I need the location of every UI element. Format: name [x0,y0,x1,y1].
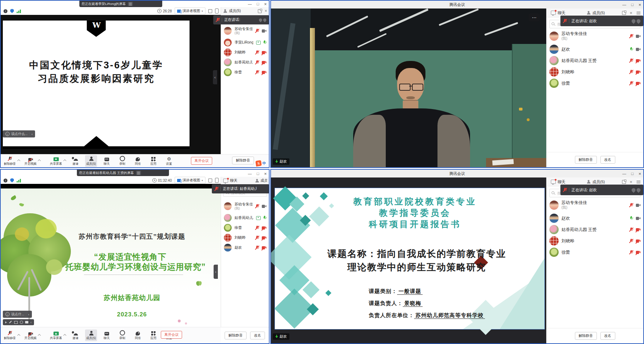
member-row[interactable]: 姑香苑幼儿园 王赟 [547,224,643,235]
leave-meeting-button[interactable]: 离开会议 [191,157,212,165]
members-icon[interactable] [255,179,259,183]
rename-button[interactable]: 改名 [600,332,615,340]
video-options-caret[interactable] [38,159,41,162]
member-row[interactable]: 姑香苑幼儿园 王赟 [547,55,643,66]
panel-menu-icon[interactable] [637,180,640,184]
close-button[interactable]: × [638,171,641,176]
member-row[interactable]: 李荣LiRong [221,38,269,47]
maximize-button[interactable]: □ [257,172,259,176]
panel-unmute-button[interactable]: 解除静音 [575,156,597,164]
minimize-button[interactable]: — [622,3,626,7]
member-row[interactable]: 徐蕾 [221,223,269,233]
member-row[interactable]: 赵欢 [221,243,269,253]
collapse-pill-icon[interactable]: ‹ [32,132,33,136]
member-row[interactable]: 赵欢 [547,213,643,224]
member-row[interactable]: 刘晓晔 [547,236,643,246]
quick-chat-pill[interactable]: 说点什么... ‹ [3,130,35,137]
board-tool-icon[interactable] [25,321,28,323]
security-shield-icon[interactable] [10,9,14,13]
emoji-icon[interactable] [5,132,10,136]
popout-icon[interactable] [622,11,626,15]
unmute-button[interactable]: 解除静音 [3,329,17,341]
panel-collapse-handle[interactable]: ‹ [213,70,217,84]
member-row[interactable]: 刘晓晔 [221,233,269,243]
emoji-icon[interactable] [5,312,10,316]
interpretation-button[interactable]: 同传 [132,329,144,341]
record-button[interactable]: 录制 [116,329,128,341]
shape-tool-icon[interactable] [14,321,18,324]
panel-close-icon[interactable]: × [629,179,632,185]
banner-menu-icon[interactable] [136,171,141,175]
leave-meeting-button[interactable]: 离开会议 [161,331,182,339]
popout-icon[interactable] [622,180,626,184]
start-video-button[interactable]: 开启视频 [23,155,38,167]
panel-unmute-button[interactable]: 解除静音 [225,332,247,339]
rename-button[interactable]: 改名 [250,332,265,339]
popout-icon[interactable] [258,9,262,13]
device-icon[interactable] [215,178,219,183]
laser-tool-icon[interactable] [20,321,23,324]
panel-menu-icon[interactable] [637,11,640,15]
interpretation-button[interactable]: 同传 [132,155,144,167]
members-button[interactable]: 成员(5) [85,155,97,167]
quick-chat-pill[interactable]: 说点什... ‹ [3,311,32,318]
member-row[interactable]: 苏幼专朱佳佳(我) [547,198,643,212]
fullscreen-icon[interactable] [208,9,212,13]
raise-hand-icons[interactable] [632,19,640,23]
member-row[interactable]: 苏幼专朱佳佳(我) [221,25,269,37]
minimize-button[interactable]: — [248,2,252,6]
apps-button[interactable]: 应用 [147,329,159,341]
member-row[interactable]: 徐蕾 [547,78,643,89]
close-button[interactable]: × [264,171,267,176]
mic-options-caret[interactable] [17,159,20,162]
view-mode-dropdown[interactable]: 演讲者视图 ▾ [175,7,205,15]
mic-options-caret[interactable] [17,334,20,337]
panel-close-icon[interactable]: × [265,9,267,13]
member-row[interactable]: 苏幼专朱佳佳(我) [547,29,643,43]
share-screen-button[interactable]: 共享屏幕 [49,155,63,167]
chat-pill-placeholder[interactable]: 说点什... [11,312,24,317]
members-tab-clipped[interactable]: 成员(5) [260,178,267,183]
member-row[interactable]: 徐蕾 [221,67,269,77]
rename-button[interactable]: 改名 [600,156,615,164]
share-options-caret[interactable] [63,159,66,162]
start-video-button[interactable]: 开启视频 [23,329,38,341]
members-button[interactable]: 成员(5) [85,329,97,341]
video-options-caret[interactable] [38,334,41,337]
close-button[interactable]: × [264,2,267,6]
apps-button[interactable]: 应用 [147,155,159,167]
maximize-button[interactable]: □ [257,2,259,6]
settings-button[interactable]: ⚙设置 [163,155,175,167]
collapse-annbar-icon[interactable]: ‹ [30,321,32,324]
invite-button[interactable]: 邀请 [69,155,81,167]
raise-hand-icons[interactable] [259,18,266,22]
minimize-button[interactable]: — [248,172,252,176]
unmute-button[interactable]: 解除静音 [3,155,17,167]
member-row[interactable]: 苏幼专朱佳佳(我) [221,200,269,212]
maximize-button[interactable]: □ [631,3,634,7]
raise-hand-icons[interactable] [632,188,640,192]
member-row[interactable]: 姑香苑幼儿园 王赟 [221,213,269,223]
collapse-pill-icon[interactable]: ‹ [28,312,29,316]
info-icon[interactable]: i [4,9,7,13]
chat-pill-placeholder[interactable]: 说点什么... [11,132,28,136]
close-button[interactable]: × [638,2,641,7]
share-options-caret[interactable] [63,334,66,337]
cursor-tool-icon[interactable] [5,321,7,323]
chat-button[interactable]: 聊天 [101,155,113,167]
member-row[interactable]: 刘晓晔 [547,67,643,77]
share-screen-button[interactable]: 共享屏幕 [49,329,63,341]
member-row[interactable]: 徐蕾 [547,247,643,258]
security-shield-icon[interactable] [10,178,14,182]
invite-button[interactable]: 邀请 [69,329,81,341]
maximize-button[interactable]: □ [631,172,634,176]
panel-close-icon[interactable]: × [629,10,632,16]
pen-tool-icon[interactable] [9,321,12,324]
member-row[interactable]: 赵欢 [547,44,643,55]
panel-unmute-button[interactable]: 解除静音 [232,157,254,164]
video-more-button[interactable]: ⋯ [529,13,540,21]
sogou-ime-indicator[interactable]: S中 [256,160,266,166]
device-icon[interactable] [215,9,219,13]
member-row[interactable]: 刘晓晔 [221,47,269,57]
banner-menu-icon[interactable] [128,2,133,6]
